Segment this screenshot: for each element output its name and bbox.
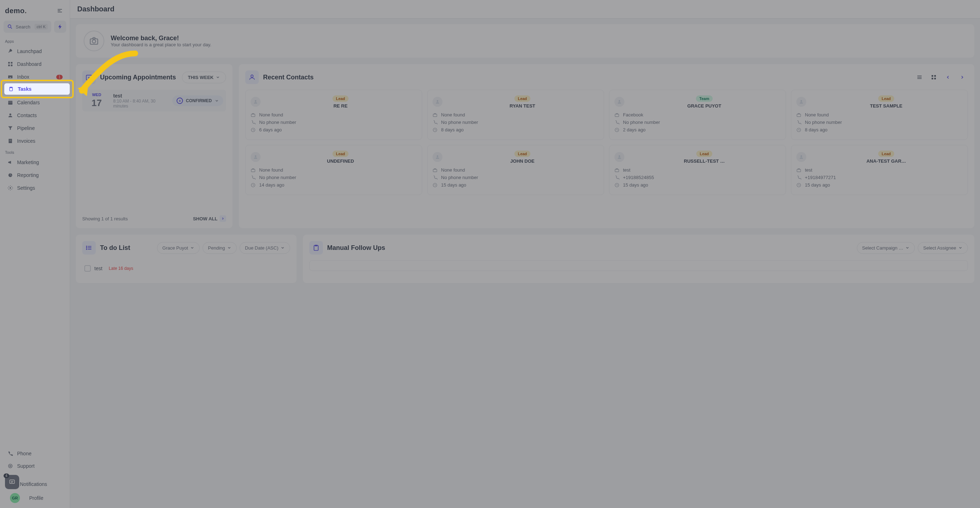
contact-company: None found (251, 167, 417, 173)
clock-icon (433, 183, 438, 188)
contact-company: None found (433, 112, 599, 118)
contact-tag: Lead (878, 151, 894, 157)
avatar-icon (251, 97, 261, 107)
todo-item[interactable]: test Late 16 days (82, 260, 290, 277)
sidebar-item-launchpad[interactable]: Launchpad (2, 45, 68, 57)
sort-filter[interactable]: Due Date (ASC) (240, 242, 290, 254)
clipboard-icon (8, 86, 14, 92)
sidebar-item-settings[interactable]: Settings (2, 182, 68, 194)
welcome-subtitle: Your dashboard is a great place to start… (111, 42, 212, 47)
contact-phone: No phone number (251, 175, 417, 180)
avatar-icon (796, 152, 806, 162)
avatar-icon (433, 97, 442, 107)
calendar-icon (7, 99, 14, 106)
sidebar-item-tasks-highlighted[interactable]: Tasks (4, 83, 70, 95)
clock-icon (614, 183, 620, 188)
clock-icon (796, 183, 802, 188)
topbar: Dashboard (70, 0, 980, 19)
contact-card[interactable]: Lead RE RE None found No phone number 6 … (245, 90, 422, 140)
followup-assignee-filter[interactable]: Select Assignee (918, 242, 968, 254)
contact-time: 14 days ago (251, 182, 417, 188)
search-input[interactable]: Search ctrl K (3, 21, 51, 33)
svg-rect-59 (797, 169, 801, 172)
sidebar: demo. Search ctrl K Apps Launchpad Dashb… (0, 0, 70, 508)
main-content: Dashboard Welcome back, Grace! Your dash… (70, 0, 980, 508)
contact-company: Facebook (614, 112, 781, 118)
followups-empty (309, 260, 968, 271)
briefcase-icon (433, 113, 438, 118)
rocket-icon (7, 48, 14, 54)
calendar-plus-icon (82, 70, 96, 84)
phone-icon (614, 120, 620, 125)
show-all-button[interactable]: SHOW ALL (193, 215, 226, 222)
week-filter-button[interactable]: THIS WEEK (182, 72, 226, 83)
contact-phone: No phone number (251, 119, 417, 125)
contact-tag: Lead (878, 96, 894, 102)
sidebar-item-dashboard[interactable]: Dashboard (2, 58, 68, 70)
contact-card[interactable]: Lead JOHN DOE None found No phone number… (427, 145, 604, 195)
contact-company: None found (796, 112, 963, 118)
assignee-filter[interactable]: Grace Puyot (157, 242, 200, 254)
todo-checkbox[interactable] (84, 265, 91, 272)
camera-icon[interactable] (84, 30, 104, 51)
contact-time: 8 days ago (796, 127, 963, 132)
profile-link[interactable]: Profile (29, 495, 43, 501)
svg-rect-50 (251, 169, 255, 172)
sidebar-item-marketing[interactable]: Marketing (2, 156, 68, 169)
contact-card[interactable]: Lead UNDEFINED None found No phone numbe… (245, 145, 422, 195)
avatar-icon (614, 152, 624, 162)
svg-point-29 (251, 75, 253, 77)
chat-widget[interactable]: 4 (5, 475, 19, 489)
svg-point-46 (800, 100, 802, 102)
avatar-icon (796, 97, 806, 107)
phone-icon (251, 175, 256, 180)
sidebar-item-phone[interactable]: Phone (2, 447, 68, 460)
next-page-button[interactable] (956, 72, 968, 83)
svg-rect-36 (934, 78, 936, 80)
sidebar-item-reporting[interactable]: Reporting (2, 169, 68, 181)
user-avatar[interactable]: GR (10, 493, 20, 503)
svg-point-18 (10, 187, 11, 189)
quick-actions-button[interactable] (54, 21, 66, 33)
clock-icon (433, 127, 438, 132)
contact-card[interactable]: Lead ANA-TEST GAR… test +19184977271 15 … (791, 145, 968, 195)
sidebar-item-contacts[interactable]: Contacts (2, 109, 68, 121)
sidebar-toggle[interactable] (55, 6, 65, 16)
prev-page-button[interactable] (942, 72, 954, 83)
todo-title: To do List (100, 244, 130, 252)
contact-card[interactable]: Lead RUSSELL-TEST … test +19188524855 15… (609, 145, 786, 195)
contact-card[interactable]: Lead TEST SAMPLE None found No phone num… (791, 90, 968, 140)
list-view-button[interactable] (914, 72, 925, 83)
briefcase-icon (614, 113, 620, 118)
sidebar-item-pipeline[interactable]: Pipeline (2, 122, 68, 134)
plus-icon: + (177, 97, 183, 104)
briefcase-icon (251, 113, 256, 118)
chevron-down-icon (216, 75, 220, 80)
sidebar-item-invoices[interactable]: Invoices (2, 135, 68, 147)
grid-view-button[interactable] (928, 72, 939, 83)
sidebar-item-calendars[interactable]: Calendars (2, 97, 68, 108)
clock-icon (796, 127, 802, 132)
chart-icon (7, 172, 14, 178)
phone-icon (796, 175, 802, 180)
svg-rect-9 (11, 64, 13, 66)
svg-rect-53 (433, 169, 437, 172)
appointment-item[interactable]: WED 17 test 8:10 AM - 8:40 AM, 30 minute… (82, 90, 226, 111)
appt-title: test (113, 93, 167, 99)
svg-rect-7 (11, 62, 13, 64)
phone-icon (251, 120, 256, 125)
lifebuoy-icon (7, 463, 14, 469)
todo-card: To do List Grace Puyot Pending Due Date … (76, 235, 296, 283)
contact-phone: No phone number (796, 119, 963, 125)
phone-icon (796, 120, 802, 125)
contact-card[interactable]: Team GRACE PUYOT Facebook No phone numbe… (609, 90, 786, 140)
appt-time: 8:10 AM - 8:40 AM, 30 minutes (113, 99, 167, 108)
campaign-filter[interactable]: Select Campaign … (857, 242, 915, 254)
section-apps: Apps (0, 36, 70, 45)
todo-item-title: test (94, 266, 102, 271)
contact-card[interactable]: Lead RYAN TEST None found No phone numbe… (427, 90, 604, 140)
sidebar-item-inbox[interactable]: Inbox 1 (2, 71, 68, 83)
status-filter[interactable]: Pending (202, 242, 237, 254)
status-button[interactable]: + CONFIRMED (172, 96, 223, 106)
sidebar-item-support[interactable]: Support (2, 460, 68, 472)
